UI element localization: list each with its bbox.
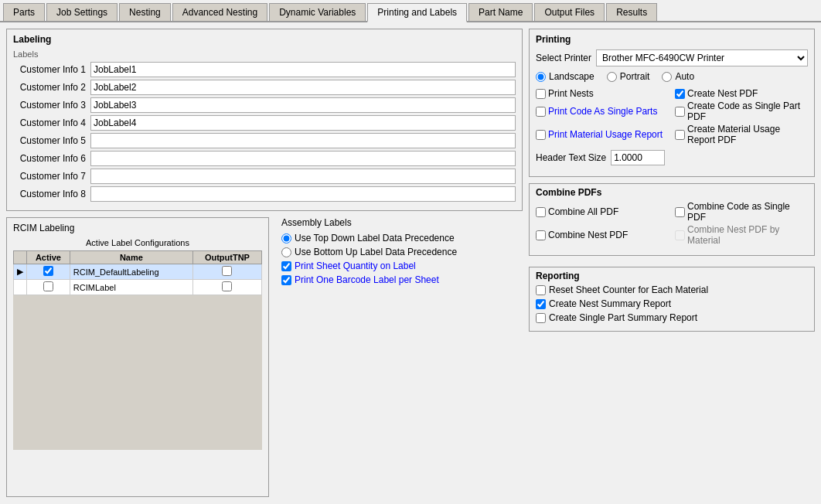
combine-nest-pdf-material-label: Combine Nest PDF by Material — [687, 224, 808, 246]
customer-field-input-3[interactable] — [90, 97, 516, 113]
print-material-usage-check: Print Material Usage Report — [536, 124, 669, 145]
reporting-checkbox-0: Reset Sheet Counter for Each Material — [536, 284, 808, 295]
tab-output-files[interactable]: Output Files — [534, 3, 605, 21]
combine-code-single-pdf-checkbox[interactable] — [675, 207, 685, 217]
combine-nest-pdf-material-checkbox[interactable] — [675, 230, 685, 240]
reporting-checkbox-label-2: Create Single Part Summary Report — [549, 312, 697, 323]
customer-field-input-8[interactable] — [90, 186, 516, 202]
portrait-radio[interactable] — [607, 72, 617, 82]
rcim-row-outputtnp-2 — [192, 280, 261, 295]
customer-fields: Customer Info 1Customer Info 2Customer I… — [13, 62, 516, 202]
customer-field-input-2[interactable] — [90, 80, 516, 95]
rcim-table-row-2[interactable]: RCIMLabel — [14, 280, 262, 295]
create-code-single-pdf-label: Create Code as Single Part PDF — [687, 100, 808, 122]
tab-printing-and-labels[interactable]: Printing and Labels — [367, 3, 467, 22]
rcim-table-row-1[interactable]: ▶RCIM_DefaultLabeling — [14, 264, 262, 280]
assembly-radio-top-down: Use Top Down Label Data Precedence — [281, 233, 523, 243]
rcim-inner: Active Label Configurations Active Name … — [13, 238, 262, 450]
printing-checkboxes-grid: Print Nests Create Nest PDF Print Code A… — [536, 88, 808, 145]
tab-results[interactable]: Results — [606, 3, 657, 21]
reporting-checkbox-2: Create Single Part Summary Report — [536, 312, 808, 323]
combine-all-pdf-check: Combine All PDF — [536, 201, 669, 223]
customer-field-row-6: Customer Info 6 — [13, 151, 516, 166]
rcim-title: RCIM Labeling — [13, 223, 262, 233]
assembly-checkbox-1: Print One Barcode Label per Sheet — [281, 274, 523, 285]
auto-label: Auto — [675, 71, 694, 82]
left-panel: Labeling Labels Customer Info 1Customer … — [6, 29, 523, 497]
create-code-single-pdf-checkbox[interactable] — [675, 107, 685, 117]
reporting-checkbox-input-0[interactable] — [536, 285, 546, 295]
create-nest-pdf-label: Create Nest PDF — [687, 88, 758, 99]
customer-field-label-6: Customer Info 6 — [13, 153, 90, 164]
print-nests-check: Print Nests — [536, 88, 669, 99]
combine-pdfs-group: Combine PDFs Combine All PDF Combine Cod… — [529, 183, 815, 256]
landscape-radio[interactable] — [536, 72, 546, 82]
assembly-radio-bottom-up: Use Bottom Up Label Data Precedence — [281, 247, 523, 257]
assembly-checkbox-0: Print Sheet Quantity on Label — [281, 261, 523, 271]
create-material-usage-pdf-checkbox[interactable] — [675, 130, 685, 140]
reporting-checkbox-input-2[interactable] — [536, 313, 546, 323]
rcim-row-name-1: RCIM_DefaultLabeling — [70, 264, 192, 280]
rcim-active-checkbox-1[interactable] — [43, 266, 53, 276]
rcim-outputtnp-checkbox-2[interactable] — [222, 281, 232, 291]
rcim-labeling-group: RCIM Labeling Active Label Configuration… — [6, 217, 269, 497]
tab-job-settings[interactable]: Job Settings — [46, 3, 118, 21]
print-code-single-checkbox[interactable] — [536, 107, 546, 117]
rcim-row-name-2: RCIMLabel — [70, 280, 192, 295]
print-material-usage-checkbox[interactable] — [536, 130, 546, 140]
assembly-section: Assembly Labels Use Top Down Label Data … — [275, 217, 523, 497]
reporting-title: Reporting — [536, 271, 808, 281]
print-code-single-check: Print Code As Single Parts — [536, 100, 669, 122]
col-arrow — [14, 251, 27, 264]
rcim-row-active-2 — [27, 280, 70, 295]
customer-field-input-7[interactable] — [90, 169, 516, 184]
tab-part-name[interactable]: Part Name — [468, 3, 533, 21]
rcim-table: Active Name OutputTNP ▶RCIM_DefaultLabel… — [13, 250, 262, 295]
create-nest-pdf-checkbox[interactable] — [675, 89, 685, 99]
col-outputtnp: OutputTNP — [192, 251, 261, 264]
rcim-row-outputtnp-1 — [192, 264, 261, 280]
customer-field-row-2: Customer Info 2 — [13, 80, 516, 95]
print-code-single-label: Print Code As Single Parts — [548, 106, 657, 117]
assembly-checkbox-input-0[interactable] — [281, 261, 291, 271]
assembly-title: Assembly Labels — [281, 217, 523, 228]
header-text-size-input[interactable] — [611, 150, 665, 165]
tab-dynamic-variables[interactable]: Dynamic Variables — [269, 3, 366, 21]
header-text-size-row: Header Text Size — [536, 150, 808, 165]
assembly-radios: Use Top Down Label Data PrecedenceUse Bo… — [281, 233, 523, 257]
customer-field-input-6[interactable] — [90, 151, 516, 166]
customer-field-label-3: Customer Info 3 — [13, 100, 90, 111]
printer-select[interactable]: Brother MFC-6490CW Printer — [596, 49, 808, 66]
printing-group: Printing Select Printer Brother MFC-6490… — [529, 29, 815, 177]
tab-parts[interactable]: Parts — [3, 3, 45, 21]
create-nest-pdf-check: Create Nest PDF — [675, 88, 808, 99]
customer-field-row-1: Customer Info 1 — [13, 62, 516, 77]
tab-advanced-nesting[interactable]: Advanced Nesting — [172, 3, 267, 21]
rcim-row-arrow-2 — [14, 280, 27, 295]
labeling-title: Labeling — [13, 34, 516, 45]
printing-title: Printing — [536, 34, 808, 45]
auto-radio[interactable] — [662, 72, 672, 82]
right-panel: Printing Select Printer Brother MFC-6490… — [529, 29, 815, 497]
print-nests-checkbox[interactable] — [536, 89, 546, 99]
customer-field-label-2: Customer Info 2 — [13, 82, 90, 93]
combine-all-pdf-checkbox[interactable] — [536, 207, 546, 217]
rcim-outputtnp-checkbox-1[interactable] — [222, 266, 232, 276]
print-material-usage-label: Print Material Usage Report — [548, 129, 663, 140]
assembly-checkbox-input-1[interactable] — [281, 275, 291, 285]
assembly-radio-input-top-down[interactable] — [281, 233, 291, 243]
printer-row: Select Printer Brother MFC-6490CW Printe… — [536, 49, 808, 66]
landscape-option: Landscape — [536, 71, 594, 82]
assembly-radio-input-bottom-up[interactable] — [281, 247, 291, 257]
reporting-group: Reporting Reset Sheet Counter for Each M… — [529, 267, 815, 332]
customer-field-input-1[interactable] — [90, 62, 516, 77]
customer-field-input-4[interactable] — [90, 115, 516, 131]
customer-field-row-8: Customer Info 8 — [13, 186, 516, 202]
tab-nesting[interactable]: Nesting — [119, 3, 171, 21]
rcim-active-checkbox-2[interactable] — [43, 281, 53, 291]
rcim-row-arrow-1: ▶ — [14, 264, 27, 280]
customer-field-row-5: Customer Info 5 — [13, 133, 516, 148]
reporting-checkbox-input-1[interactable] — [536, 299, 546, 309]
combine-nest-pdf-checkbox[interactable] — [536, 230, 546, 240]
customer-field-input-5[interactable] — [90, 133, 516, 148]
